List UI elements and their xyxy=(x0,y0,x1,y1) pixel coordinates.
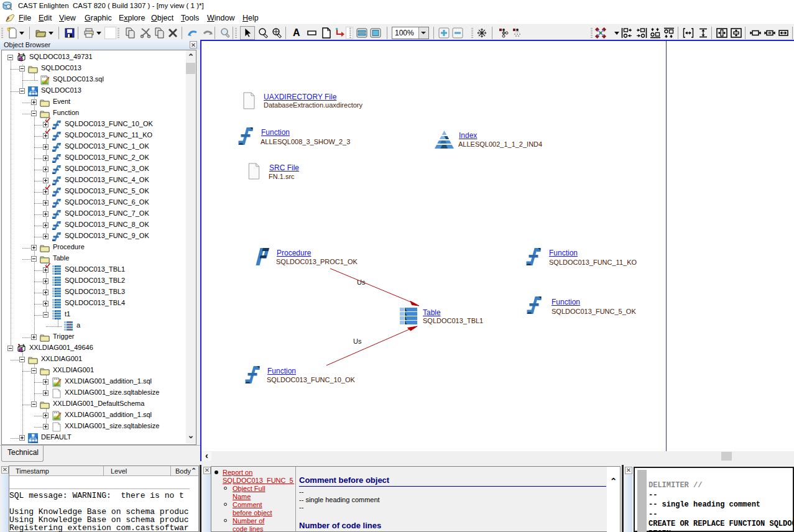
svg-text:A: A xyxy=(293,27,300,38)
